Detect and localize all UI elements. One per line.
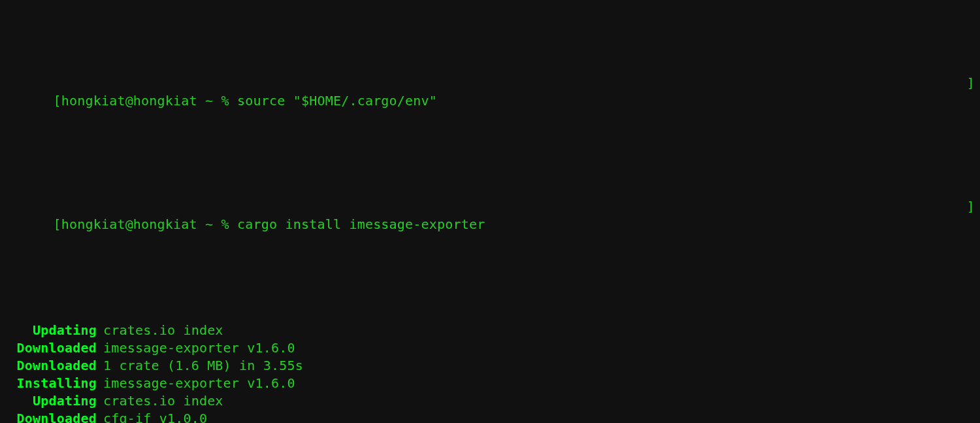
prompt-line: [hongkiat@hongkiat ~ % cargo install ime… — [5, 198, 975, 251]
status-word: Downloaded — [5, 339, 103, 357]
output-line: Downloaded1 crate (1.6 MB) in 3.55s — [5, 357, 975, 375]
close-bracket: ] — [967, 198, 975, 251]
terminal-output[interactable]: [hongkiat@hongkiat ~ % source "$HOME/.ca… — [0, 0, 980, 423]
command-text: cargo install imessage-exporter — [237, 216, 485, 232]
cwd-symbol: ~ % — [197, 93, 237, 109]
status-word: Downloaded — [5, 410, 103, 423]
output-line: Downloadedcfg-if v1.0.0 — [5, 410, 975, 423]
status-word: Updating — [5, 322, 103, 339]
user-host: hongkiat@hongkiat — [61, 216, 197, 232]
close-bracket: ] — [967, 75, 975, 127]
open-bracket: [ — [53, 216, 61, 232]
output-line: Installingimessage-exporter v1.6.0 — [5, 375, 975, 392]
status-word: Installing — [5, 375, 103, 392]
status-desc: imessage-exporter v1.6.0 — [103, 375, 295, 391]
status-desc: crates.io index — [103, 393, 223, 409]
output-line: Updatingcrates.io index — [5, 392, 975, 410]
cargo-output-block: Updatingcrates.io indexDownloadedimessag… — [5, 322, 975, 423]
status-desc: imessage-exporter v1.6.0 — [103, 340, 295, 356]
user-host: hongkiat@hongkiat — [61, 93, 197, 109]
status-word: Downloaded — [5, 357, 103, 375]
status-desc: 1 crate (1.6 MB) in 3.55s — [103, 358, 303, 373]
output-line: Updatingcrates.io index — [5, 322, 975, 339]
output-line: Downloadedimessage-exporter v1.6.0 — [5, 339, 975, 357]
open-bracket: [ — [53, 93, 61, 109]
status-desc: cfg-if v1.0.0 — [103, 411, 207, 423]
prompt-line: [hongkiat@hongkiat ~ % source "$HOME/.ca… — [5, 75, 975, 127]
status-word: Updating — [5, 392, 103, 410]
command-text: source "$HOME/.cargo/env" — [237, 93, 437, 109]
cwd-symbol: ~ % — [197, 216, 237, 232]
status-desc: crates.io index — [103, 322, 223, 338]
